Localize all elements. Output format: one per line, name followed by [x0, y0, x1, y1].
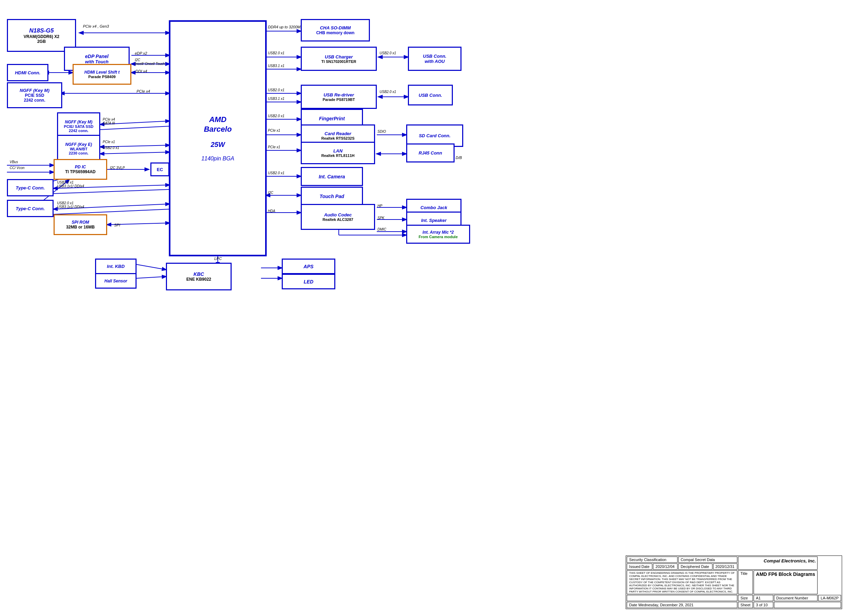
n18s-line3: 2GB	[37, 39, 46, 44]
pcie-lan-label: PCIe x1	[268, 145, 280, 149]
lpc-label: LPC	[214, 256, 222, 260]
title-value: AMD FP6 Block Diagrams	[756, 571, 815, 577]
usb31-redriver-label: USB3.1 x1	[268, 97, 284, 101]
doc-number-value: LA-M062P	[818, 595, 841, 601]
typec1-label: Type-C Conn.	[16, 185, 45, 190]
usb-conn-aou-title: USB Conn.	[423, 54, 447, 59]
dmic-label: DMIC	[377, 228, 386, 231]
ngff-m2-title: NGFF (Key M)	[65, 120, 92, 125]
card-reader-sub: Realtek RTS5232S	[322, 136, 354, 140]
doc-number-label: Document Number	[774, 595, 818, 601]
ngff-e-usb-label: USB2.0 x1	[103, 146, 119, 150]
footer-table: Security Classification Compal Secret Da…	[626, 555, 842, 609]
date-value: Wednesday, December 29, 2021	[638, 603, 693, 607]
hdmi-conn-label: HDMI Conn.	[15, 70, 40, 75]
usb2-charger-label: USB2.0 x1	[268, 51, 284, 55]
ddi-label: DDI x4	[136, 69, 147, 73]
cpu-block: AMD Barcelo 25W 1140pin BGA	[169, 21, 266, 256]
spi-rom-sub: 32MB or 16MB	[66, 225, 95, 229]
led-block: LED	[282, 274, 335, 289]
pd-ic-title: PD IC	[74, 165, 86, 170]
hdmi-conn-block: HDMI Conn.	[7, 64, 48, 81]
sheet-value: 3	[756, 603, 758, 607]
svg-line-13	[54, 189, 169, 193]
edp-title: eDP Panel	[85, 54, 109, 59]
spi-label: SPI	[114, 223, 120, 227]
audio-codec-block: Audio Codec Realtek ALC3287	[301, 204, 375, 230]
hdmi-shift-sub: Parade PS8409	[88, 75, 116, 79]
spk-label: SPK	[377, 216, 384, 220]
int-camera-block: Int. Camera	[301, 167, 363, 186]
int-array-mic-block: Int. Array Mic *2 From Camera module	[406, 225, 470, 244]
svg-line-15	[54, 209, 169, 214]
size-label: Size	[738, 595, 753, 601]
rj45-block: RJ45 Conn	[406, 143, 454, 162]
ngff-m1-line3: 2242 conn.	[24, 98, 45, 103]
svg-line-8	[100, 126, 169, 129]
deciphered-value: 2020/12/31	[713, 564, 738, 570]
vbus-label: VBus	[10, 160, 18, 164]
touch-pad-label: Touch Pad	[319, 193, 344, 199]
cha-sub: CHB memory down	[316, 30, 354, 35]
pd-ic-sub: TI TPS65994AD	[65, 170, 95, 174]
disclaimer: THIS SHEET OF ENGINEERING DRAWING IS THE…	[627, 570, 737, 594]
lan-sub: Realtek RTL8111H	[322, 153, 354, 158]
int-array-mic-sub: From Camera module	[419, 235, 458, 239]
ngff-m1-title: NGFF (Key M)	[20, 88, 49, 93]
usb31-charger-label: USB3.1 x1	[268, 64, 284, 68]
diagram-container: N18S-G5 VRAM(GDDR6) X2 2GB PCIe x4 , Gen…	[0, 0, 849, 616]
int-speaker-label: Int. Speaker	[421, 218, 447, 223]
hda-label: HDA	[268, 209, 275, 213]
sheet-label: Sheet	[738, 602, 753, 608]
usb-redriver-sub: Parade PS8719BT	[323, 97, 355, 102]
int-kbd-block: Int. KBD	[95, 259, 137, 274]
hp-label: HP	[377, 204, 382, 208]
lan-title: LAN	[333, 148, 343, 153]
hdmi-shift-title: HDMI Level Shift t	[84, 70, 120, 75]
db-label: D/B	[456, 156, 462, 160]
fingerprint-label: FingerPrint	[319, 116, 345, 121]
ngff-m2-line3: 2242 conn.	[69, 129, 88, 133]
cpu-title: AMD	[209, 115, 226, 125]
security-class-label: Security Classification	[627, 556, 678, 563]
pcie-card-label: PCIe x1	[268, 129, 280, 132]
i2c-incell-label: I2CIncell/ Oncell Touch	[135, 58, 165, 65]
int-array-mic-title: Int. Array Mic *2	[422, 230, 454, 235]
aps-block: APS	[282, 259, 335, 274]
hall-sensor-label: Hall Sensor	[104, 278, 127, 283]
usb-redriver-block: USB Re-driver Parade PS8719BT	[301, 85, 377, 109]
usb-charger-sub: TI SN1702001RTER	[322, 60, 356, 64]
usb-conn-aou-block: USB Conn. with AOU	[408, 47, 462, 71]
card-reader-title: Card Reader	[325, 131, 351, 136]
usb-redriver-out-label: USB2.0 x1	[380, 90, 396, 94]
int-camera-label: Int. Camera	[319, 174, 345, 179]
usb-conn-aou-sub: with AOU	[424, 59, 445, 64]
ngff-m2-line2: PCIE/ SATA SSD	[64, 125, 93, 129]
ngff-m1-block: NGFF (Key M) PCIE SSD 2242 conn.	[7, 82, 62, 108]
kbc-title: KBC	[194, 271, 204, 277]
touch-pad-block: Touch Pad	[301, 187, 363, 206]
audio-codec-sub: Realtek ALC3287	[323, 217, 353, 222]
hdmi-shift-block: HDMI Level Shift t Parade PS8409	[73, 64, 131, 85]
ec-block: EC	[150, 162, 169, 176]
typec1-usb-label: USB2.0 x1USB3.1x1/ DDIx4	[57, 180, 84, 188]
of-label: of	[759, 603, 763, 607]
n18s-title: N18S-G5	[29, 27, 54, 34]
pcie-x4-label: PCIe x4	[137, 89, 150, 93]
spi-rom-title: SPI ROM	[71, 220, 89, 225]
ngff-e-block: NGFF (Key E) WLAN/BT 2230 conn.	[57, 135, 100, 162]
cha-so-dimm-block: CHA SO-DIMM CHB memory down	[301, 19, 370, 42]
cpu-line2: Barcelo	[204, 125, 232, 134]
svg-line-38	[137, 265, 166, 269]
of-value: 10	[763, 603, 767, 607]
usb-charger-title: USB Charger	[325, 54, 353, 60]
ngff-e-line3: 2230 conn.	[69, 151, 88, 155]
cha-title: CHA SO-DIMM	[320, 25, 350, 30]
typec2-block: Type-C Conn.	[7, 200, 54, 217]
ec-label: EC	[156, 167, 163, 172]
edp-label: eDP x2	[135, 51, 147, 55]
ngff-e-pcie-label: PCIe x1	[103, 140, 115, 144]
edp-sub: with Touch	[85, 59, 109, 64]
spi-rom-block: SPI ROM 32MB or 16MB	[54, 214, 107, 235]
kbc-block: KBC ENE KB9022	[166, 263, 232, 290]
